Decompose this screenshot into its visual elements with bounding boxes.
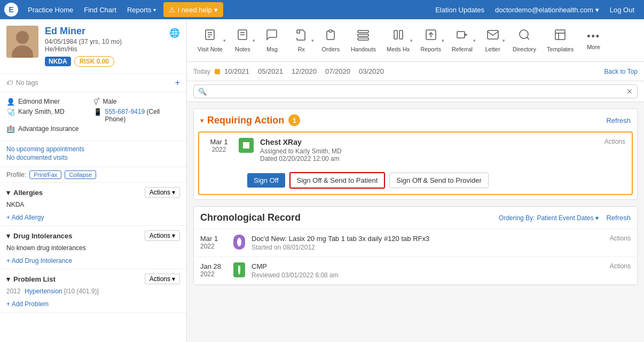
toolbar-visit-note[interactable]: Visit Note ▾ bbox=[192, 19, 228, 62]
toolbar-reports[interactable]: Reports ▾ bbox=[415, 19, 446, 62]
search-clear-icon[interactable]: ✕ bbox=[626, 87, 633, 96]
chrono-refresh[interactable]: Refresh bbox=[606, 214, 631, 222]
requiring-action-refresh[interactable]: Refresh bbox=[606, 116, 631, 125]
logout-button[interactable]: Log Out bbox=[604, 0, 640, 19]
handouts-icon bbox=[357, 28, 370, 44]
action-details: Chest XRay Assigned to Karly Smith, MD D… bbox=[260, 138, 598, 162]
allergies-actions-button[interactable]: Allergies Actions ▾ bbox=[145, 187, 180, 198]
ordering-caret[interactable]: ▾ bbox=[595, 214, 599, 222]
toolbar-rx[interactable]: Rx ▾ bbox=[287, 19, 316, 62]
drug-intolerances-caret[interactable]: ▾ bbox=[6, 232, 10, 240]
sign-off-button[interactable]: Sign Off bbox=[247, 173, 285, 188]
tube-icon bbox=[233, 262, 245, 277]
chrono-sub-text-2: Reviewed 03/01/2022 6:08 am bbox=[252, 271, 603, 279]
drug-intolerances-actions-button[interactable]: Actions ▾ bbox=[145, 230, 180, 241]
nav-find-chart[interactable]: Find Chart bbox=[78, 0, 122, 19]
toolbar-msg[interactable]: Msg bbox=[257, 19, 287, 62]
rx-icon bbox=[295, 28, 308, 44]
toolbar-directory[interactable]: Directory bbox=[507, 19, 541, 62]
action-buttons: Sign Off Sign Off & Send to Patient Sign… bbox=[199, 168, 632, 194]
nav-reports[interactable]: Reports ▾ bbox=[122, 0, 162, 19]
add-tag-button[interactable]: + bbox=[175, 78, 180, 88]
toolbar-msg-label: Msg bbox=[266, 46, 278, 52]
add-allergy-button[interactable]: + Add Allergy bbox=[6, 214, 44, 221]
problem-name[interactable]: Hypertension bbox=[25, 287, 62, 295]
toolbar-handouts-label: Handouts bbox=[351, 46, 376, 52]
patient-header: Ed Miner 04/05/1984 (37 yrs, 10 mo) He/H… bbox=[0, 19, 186, 74]
sign-off-send-provider-button[interactable]: Sign Off & Send to Provider bbox=[389, 173, 488, 188]
patient-dob: 04/05/1984 (37 yrs, 10 mo) bbox=[45, 38, 169, 45]
user-account[interactable]: doctordemo@elationhealth.com ▾ bbox=[490, 0, 604, 19]
add-problem-button[interactable]: + Add Problem bbox=[6, 300, 49, 308]
timeline-date-0: 10/2021 bbox=[224, 67, 249, 75]
toolbar-referral[interactable]: Referral ▾ bbox=[446, 19, 478, 62]
elation-updates[interactable]: Elation Updates bbox=[430, 0, 490, 19]
rx-caret: ▾ bbox=[311, 38, 314, 43]
patient-details: 👤 Edmond Miner ⚥ Male 🩺 Karly Smith, MD … bbox=[0, 92, 186, 141]
problem-list-caret[interactable]: ▾ bbox=[6, 275, 10, 283]
tag-icon: 🏷 bbox=[6, 79, 13, 87]
toolbar-templates[interactable]: Templates bbox=[541, 19, 579, 62]
svg-point-1 bbox=[16, 31, 29, 44]
requiring-action-caret[interactable]: ▾ bbox=[200, 116, 204, 125]
appointments-link[interactable]: No upcoming appointments bbox=[6, 145, 180, 153]
nav-reports-caret: ▾ bbox=[153, 7, 156, 13]
left-panel: Ed Miner 04/05/1984 (37 yrs, 10 mo) He/H… bbox=[0, 19, 187, 342]
toolbar-meds-hx[interactable]: Meds Hx ▾ bbox=[381, 19, 415, 62]
chronological-record-section: Chronological Record Ordering By: Patien… bbox=[193, 206, 638, 285]
search-input[interactable] bbox=[210, 88, 626, 96]
problem-list-actions-button[interactable]: Actions ▾ bbox=[145, 274, 180, 284]
add-drug-intolerance-button[interactable]: + Add Drug Intolerance bbox=[6, 257, 72, 265]
app-logo[interactable]: E bbox=[4, 3, 18, 17]
gender-icon: ⚥ bbox=[93, 98, 100, 106]
svg-rect-17 bbox=[457, 32, 465, 38]
problem-list-section: ▾ Problem List Actions ▾ 2012 Hypertensi… bbox=[0, 269, 186, 313]
action-title: Chest XRay bbox=[260, 138, 598, 146]
orders-icon bbox=[324, 28, 337, 44]
tags-placeholder: No tags bbox=[16, 79, 38, 87]
help-button[interactable]: ⚠ I need help ▾ bbox=[163, 2, 223, 17]
toolbar-letter[interactable]: Letter ▾ bbox=[478, 19, 507, 62]
problem-actions-caret: ▾ bbox=[172, 275, 175, 283]
timeline-dates: 10/2021 05/2021 12/2020 07/2020 03/2020 bbox=[224, 67, 384, 75]
requiring-action-badge: 1 bbox=[288, 114, 300, 126]
more-icon: ••• bbox=[587, 31, 600, 42]
svg-rect-11 bbox=[358, 34, 368, 36]
chrono-ordering-value[interactable]: Patient Event Dates bbox=[537, 214, 593, 222]
action-xray-icon bbox=[239, 138, 254, 153]
svg-rect-10 bbox=[358, 30, 368, 33]
toolbar-meds-hx-label: Meds Hx bbox=[387, 46, 410, 52]
action-dated: Dated 02/20/2022 12:00 am bbox=[260, 155, 598, 162]
print-fax-button[interactable]: Print/Fax bbox=[29, 170, 61, 179]
gender: Male bbox=[103, 98, 117, 105]
problem-year: 2012 bbox=[6, 287, 21, 295]
svg-point-23 bbox=[237, 238, 241, 246]
search-input-wrap: 🔍 ✕ bbox=[193, 84, 638, 98]
visits-link[interactable]: No documented visits bbox=[6, 154, 180, 161]
back-to-top-link[interactable]: Back to Top bbox=[604, 68, 638, 75]
toolbar-notes-label: Notes bbox=[235, 46, 250, 52]
toolbar-templates-label: Templates bbox=[547, 46, 574, 52]
toolbar-notes[interactable]: Notes ▾ bbox=[228, 19, 257, 62]
warning-icon: ⚠ bbox=[169, 6, 175, 14]
svg-line-19 bbox=[527, 37, 529, 40]
allergies-section: ▾ Allergies Allergies Actions ▾ NKDA + A… bbox=[0, 183, 186, 226]
timeline-date-3: 07/2020 bbox=[325, 67, 350, 75]
allergies-caret[interactable]: ▾ bbox=[6, 189, 10, 197]
chrono-row: Mar 1 2022 Doc'd New: Lasix 20 mg Tab 1 … bbox=[194, 229, 637, 257]
letter-caret: ▾ bbox=[502, 38, 505, 43]
nav-practice-home[interactable]: Practice Home bbox=[22, 0, 78, 19]
sign-off-send-patient-button[interactable]: Sign Off & Send to Patient bbox=[289, 172, 386, 189]
svg-point-18 bbox=[520, 30, 528, 38]
toolbar-letter-label: Letter bbox=[485, 46, 500, 52]
phone-number[interactable]: 555-687-9419 bbox=[105, 108, 145, 115]
timeline-date-4: 03/2020 bbox=[359, 67, 384, 75]
toolbar-more[interactable]: ••• More bbox=[579, 19, 608, 62]
toolbar-handouts[interactable]: Handouts bbox=[345, 19, 381, 62]
visit-note-caret: ▾ bbox=[223, 38, 226, 43]
reports-caret: ▾ bbox=[442, 38, 444, 43]
toolbar-orders[interactable]: Orders bbox=[316, 19, 345, 62]
profile-label: Profile: bbox=[6, 171, 26, 178]
profile-row: Profile: Print/Fax Collapse bbox=[0, 167, 186, 183]
collapse-button[interactable]: Collapse bbox=[65, 170, 96, 179]
